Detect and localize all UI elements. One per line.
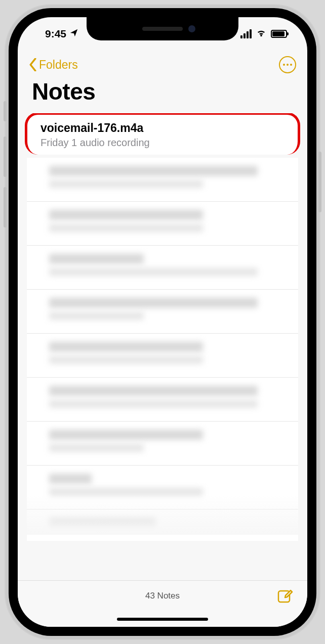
- volume-up-button[interactable]: [4, 136, 7, 177]
- ellipsis-icon: [283, 64, 285, 66]
- chevron-left-icon: [29, 58, 37, 71]
- power-button[interactable]: [318, 152, 321, 212]
- device-notch: [87, 17, 238, 40]
- note-row-redacted[interactable]: [27, 290, 298, 334]
- speaker-grille: [142, 27, 183, 31]
- cellular-signal-icon: [240, 29, 252, 38]
- note-row[interactable]: voicemail-176.m4a Friday 1 audio recordi…: [25, 113, 300, 155]
- note-row-redacted[interactable]: [27, 202, 298, 246]
- battery-icon: [271, 30, 287, 38]
- note-row-redacted[interactable]: [27, 334, 298, 378]
- compose-icon: [277, 588, 293, 604]
- note-row-redacted[interactable]: [27, 378, 298, 422]
- location-services-icon: [69, 28, 78, 40]
- note-row-redacted[interactable]: [27, 422, 298, 466]
- mute-switch[interactable]: [4, 101, 7, 121]
- compose-note-button[interactable]: [277, 588, 293, 604]
- note-row-redacted[interactable]: [27, 466, 298, 510]
- status-time: 9:45: [45, 28, 66, 40]
- note-title: voicemail-176.m4a: [40, 121, 285, 135]
- wifi-icon: [256, 28, 267, 39]
- front-camera: [188, 25, 195, 32]
- home-indicator[interactable]: [117, 618, 208, 621]
- more-options-button[interactable]: [279, 56, 296, 73]
- back-button[interactable]: Folders: [29, 58, 78, 72]
- note-row-redacted[interactable]: [27, 246, 298, 290]
- back-label: Folders: [39, 58, 78, 72]
- note-subtitle: Friday 1 audio recording: [40, 137, 285, 149]
- note-row-redacted[interactable]: [27, 158, 298, 202]
- volume-down-button[interactable]: [4, 187, 7, 227]
- notes-list[interactable]: voicemail-176.m4a Friday 1 audio recordi…: [18, 113, 307, 580]
- notes-count-label: 43 Notes: [18, 591, 307, 601]
- page-title: Notes: [18, 77, 307, 112]
- note-row-redacted[interactable]: [27, 510, 298, 541]
